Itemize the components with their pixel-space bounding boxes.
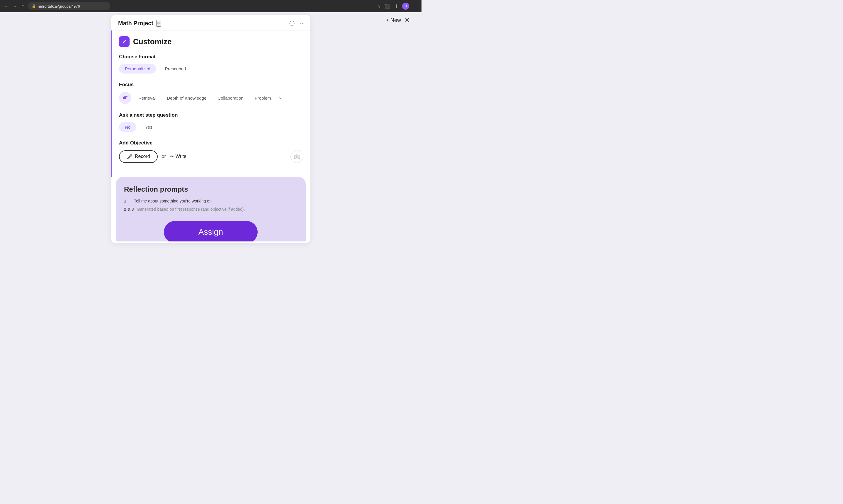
panel-header: Math Project ✏ ⓘ ⋯ (111, 15, 310, 31)
browser-chrome: ← → ↻ 🔒 mirrortalk.ai/groups/4976 ☆ ⬛ ⬇ … (0, 0, 422, 12)
prescribed-option[interactable]: Prescribed (159, 64, 192, 74)
panel-title-area: Math Project ✏ (118, 20, 161, 27)
page-area: + New ✕ Math Project ✏ ⓘ ⋯ ✓ (0, 12, 422, 252)
more-options-button[interactable]: ⋯ (298, 21, 303, 26)
book-icon: 📖 (294, 153, 300, 160)
format-options: Personalized Prescribed (119, 64, 303, 74)
next-step-yes-option[interactable]: Yes (139, 122, 158, 132)
focus-problem-option[interactable]: Problem (251, 93, 275, 103)
check-icon: ✓ (122, 38, 127, 45)
pencil-icon: ✏ (170, 154, 174, 159)
assign-btn-container: Assign (124, 215, 298, 241)
add-objective-section: Add Objective 🎤 Record or ✏ Write 📖 (119, 140, 303, 163)
reflection-num-23: 2 & 3 (124, 207, 134, 212)
book-button[interactable]: 📖 (290, 150, 303, 163)
record-label: Record (135, 154, 150, 159)
or-text: or (162, 154, 166, 159)
info-button[interactable]: ⓘ (289, 21, 294, 26)
edit-title-button[interactable]: ✏ (156, 20, 161, 27)
focus-chevron-icon[interactable]: › (279, 95, 281, 101)
reflection-item-23: 2 & 3 Generated based on first response … (124, 207, 298, 212)
extensions-icon[interactable]: ⬛ (384, 3, 391, 9)
objective-actions: 🎤 Record or ✏ Write 📖 (119, 150, 303, 163)
address-bar[interactable]: 🔒 mirrortalk.ai/groups/4976 (28, 2, 110, 10)
next-step-no-option[interactable]: No (119, 122, 136, 132)
user-avatar[interactable]: U (402, 3, 409, 10)
reflection-section: Reflection prompts 1 Tell me about somet… (116, 177, 306, 241)
assign-button[interactable]: Assign (164, 221, 258, 241)
reflection-num-1: 1 (124, 199, 131, 203)
next-step-label: Ask a next step question (119, 112, 303, 118)
close-button[interactable]: ✕ (405, 17, 410, 23)
panel-content: ✓ Customize Choose Format Personalized P… (111, 31, 310, 241)
refresh-button[interactable]: ↻ (20, 3, 26, 9)
focus-4f-option[interactable]: 4F (119, 92, 131, 104)
focus-options: 4F Retrieval Depth of Knowledge Collabor… (119, 92, 303, 104)
reflection-text-1: Tell me about something you're working o… (134, 199, 212, 203)
focus-depth-option[interactable]: Depth of Knowledge (163, 93, 211, 103)
reflection-wrapper: Reflection prompts 1 Tell me about somet… (111, 177, 310, 241)
section-title: Customize (133, 37, 172, 46)
back-button[interactable]: ← (3, 3, 10, 9)
record-button[interactable]: 🎤 Record (119, 150, 158, 163)
reflection-item-1: 1 Tell me about something you're working… (124, 199, 298, 203)
focus-label: Focus (119, 82, 303, 88)
panel-title: Math Project (118, 20, 153, 27)
choose-format-label: Choose Format (119, 54, 303, 60)
download-icon[interactable]: ⬇ (393, 3, 399, 9)
focus-section: Focus 4F Retrieval Depth of Knowledge Co… (119, 82, 303, 104)
focus-retrieval-option[interactable]: Retrieval (134, 93, 160, 103)
focus-collaboration-option[interactable]: Collaboration (213, 93, 247, 103)
new-button[interactable]: + New (386, 17, 401, 23)
main-panel: Math Project ✏ ⓘ ⋯ ✓ Customize (111, 15, 310, 243)
customize-section: ✓ Customize Choose Format Personalized P… (111, 31, 310, 177)
top-right-controls: + New ✕ (386, 17, 410, 23)
reflection-title: Reflection prompts (124, 185, 298, 193)
forward-button[interactable]: → (12, 3, 18, 9)
write-label: Write (176, 154, 186, 159)
section-header: ✓ Customize (119, 36, 303, 47)
add-objective-label: Add Objective (119, 140, 303, 146)
personalized-option[interactable]: Personalized (119, 64, 156, 74)
panel-header-actions: ⓘ ⋯ (289, 21, 303, 26)
star-icon[interactable]: ☆ (376, 3, 382, 9)
next-step-section: Ask a next step question No Yes (119, 112, 303, 132)
url-text: mirrortalk.ai/groups/4976 (38, 4, 80, 8)
reflection-text-23: Generated based on first response (and o… (137, 207, 245, 212)
browser-actions: ☆ ⬛ ⬇ U ⋮ (376, 3, 418, 10)
check-badge: ✓ (119, 36, 129, 47)
mic-icon: 🎤 (127, 154, 132, 159)
menu-icon[interactable]: ⋮ (412, 3, 418, 9)
write-button[interactable]: ✏ Write (170, 154, 186, 159)
next-step-options: No Yes (119, 122, 303, 132)
choose-format-section: Choose Format Personalized Prescribed (119, 54, 303, 74)
